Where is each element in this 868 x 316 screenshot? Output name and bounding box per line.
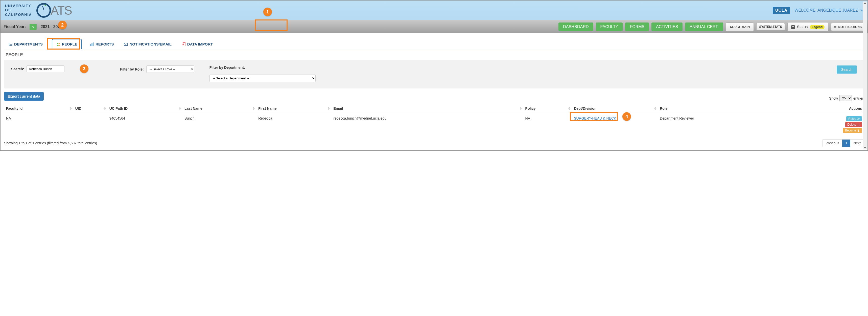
filter-dept-label: Filter by Department:: [210, 65, 245, 69]
filter-role-select[interactable]: -- Select a Role --: [146, 65, 194, 73]
pager-next[interactable]: Next: [850, 140, 864, 147]
vertical-scrollbar[interactable]: [863, 1, 867, 149]
callout-badge-1: 1: [263, 7, 272, 16]
nav-activities[interactable]: ACTIVITIES: [651, 23, 683, 31]
table-info-text: Showing 1 to 1 of 1 entries (filtered fr…: [4, 141, 97, 145]
scroll-up-icon: [864, 2, 866, 4]
cell-role: Department Reviewer: [658, 113, 786, 136]
action-delete-button[interactable]: Delete: [845, 122, 862, 127]
col-dept-division[interactable]: Dept/Division: [572, 104, 658, 113]
search-button[interactable]: Search: [837, 65, 857, 74]
search-input[interactable]: [27, 65, 64, 72]
cell-email: rebecca.bunch@mednet.ucla.edu: [331, 113, 523, 136]
col-faculty-id[interactable]: Faculty Id: [4, 104, 73, 113]
people-table: Faculty Id UID UC Path ID Last Name Firs…: [4, 104, 864, 136]
tab-reports[interactable]: REPORTS: [89, 39, 116, 49]
svg-rect-8: [91, 43, 92, 46]
import-icon: [182, 42, 186, 46]
tab-notifications-email[interactable]: NOTIFICATIONS/EMAIL: [123, 39, 173, 49]
cell-first-name: Rebecca: [256, 113, 331, 136]
tab-people[interactable]: PEOPLE: [52, 39, 82, 49]
tab-departments[interactable]: DEPARTMENTS: [7, 39, 45, 49]
action-become-button[interactable]: Become: [843, 128, 862, 133]
notifications-label: NOTIFICATIONS: [838, 25, 862, 29]
pager-page-1[interactable]: 1: [842, 140, 850, 147]
main-navbar: Fiscal Year: < 2021 - 2022 DASHBOARD FAC…: [0, 20, 868, 33]
entries-per-page-select[interactable]: 25: [839, 95, 852, 102]
bar-chart-icon: [90, 42, 94, 46]
building-icon: [8, 42, 12, 46]
callout-badge-4: 4: [622, 112, 631, 121]
trash-icon: [857, 123, 860, 126]
app-header: UNIVERSITY OF CALIFORNIA ATS UCLA WELCOM…: [0, 0, 868, 20]
welcome-user-link[interactable]: WELCOME, ANGELIQUE JUAREZ: [795, 8, 863, 12]
tab-data-import[interactable]: DATA IMPORT: [181, 39, 215, 49]
envelope-icon: [124, 42, 128, 46]
page-title: PEOPLE: [5, 52, 864, 57]
fiscal-year-prev-button[interactable]: <: [30, 24, 37, 30]
nav-notifications[interactable]: ✉ NOTIFICATIONS: [831, 23, 865, 31]
callout-badge-3: 3: [80, 64, 88, 73]
filter-dept-select[interactable]: -- Select a Department --: [210, 75, 316, 82]
pencil-icon: [857, 118, 860, 120]
pager-previous[interactable]: Previous: [823, 140, 842, 147]
dept-division-link[interactable]: SURGERY-HEAD & NECK: [574, 116, 616, 120]
cell-last-name: Bunch: [182, 113, 256, 136]
svg-rect-9: [93, 42, 93, 46]
tab-reports-label: REPORTS: [95, 42, 114, 46]
col-actions: Actions: [787, 104, 864, 113]
welcome-text: WELCOME, ANGELIQUE JUAREZ: [795, 8, 858, 12]
help-icon: ?: [791, 25, 795, 29]
col-email[interactable]: Email: [331, 104, 523, 113]
filter-role-label: Filter by Role:: [120, 67, 144, 71]
people-icon: [56, 42, 60, 46]
nav-system-stats[interactable]: SYSTEM STATS: [756, 23, 785, 31]
nav-status-legend[interactable]: ? Status Legend: [787, 22, 829, 31]
nav-annual-cert[interactable]: ANNUAL CERT.: [685, 23, 723, 31]
status-label: Status: [797, 25, 808, 29]
table-row: NA 94654564 Bunch Rebecca rebecca.bunch@…: [4, 113, 864, 136]
oats-logo: ATS: [36, 3, 72, 18]
col-policy[interactable]: Policy: [523, 104, 572, 113]
admin-tabstrip: DEPARTMENTS PEOPLE REPORTS NOTIFICATIONS…: [4, 39, 864, 49]
callout-badge-2: 2: [58, 21, 67, 29]
envelope-icon: ✉: [834, 25, 836, 29]
nav-forms[interactable]: FORMS: [625, 23, 649, 31]
show-entries-label: Show: [829, 96, 838, 100]
svg-point-14: [858, 130, 859, 131]
legend-pill: Legend: [810, 25, 825, 29]
tab-data-import-label: DATA IMPORT: [187, 42, 213, 46]
svg-rect-7: [90, 44, 91, 46]
entries-suffix: entries: [854, 96, 864, 100]
nav-dashboard[interactable]: DASHBOARD: [558, 23, 593, 31]
export-current-data-button[interactable]: Export current data: [4, 92, 44, 100]
tab-departments-label: DEPARTMENTS: [14, 42, 43, 46]
uc-brand-text: UNIVERSITY OF CALIFORNIA: [5, 4, 32, 17]
cell-policy: NA: [523, 113, 572, 136]
clock-icon: [36, 3, 51, 18]
nav-app-admin[interactable]: APP ADMIN: [726, 23, 754, 31]
callout-box-1: [255, 20, 287, 31]
svg-rect-12: [858, 124, 860, 126]
nav-faculty[interactable]: FACULTY: [596, 23, 623, 31]
cell-uc-path-id: 94654564: [107, 113, 182, 136]
svg-point-6: [59, 43, 60, 44]
tab-people-label: PEOPLE: [62, 42, 77, 46]
action-roles-button[interactable]: Roles: [846, 116, 862, 121]
oats-text: ATS: [51, 3, 72, 18]
svg-point-5: [57, 43, 58, 44]
col-last-name[interactable]: Last Name: [182, 104, 256, 113]
cell-faculty-id: NA: [4, 113, 73, 136]
search-label: Search:: [11, 67, 24, 71]
col-role[interactable]: Role: [658, 104, 786, 113]
pagination: Previous 1 Next: [822, 139, 864, 147]
fiscal-year-label: Fiscal Year:: [3, 25, 26, 29]
col-uid[interactable]: UID: [73, 104, 107, 113]
ucla-badge: UCLA: [773, 7, 790, 13]
scroll-down-icon: [864, 147, 866, 149]
col-first-name[interactable]: First Name: [256, 104, 331, 113]
user-icon: [857, 129, 860, 132]
cell-uid: [73, 113, 107, 136]
col-uc-path-id[interactable]: UC Path ID: [107, 104, 182, 113]
tab-notif-email-label: NOTIFICATIONS/EMAIL: [129, 42, 171, 46]
